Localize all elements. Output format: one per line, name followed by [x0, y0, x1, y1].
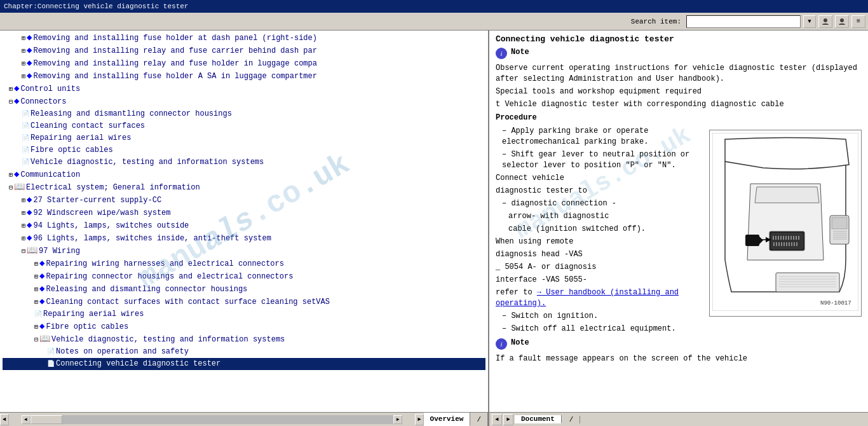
tree-item[interactable]: 📄Notes on operation and safety — [3, 346, 485, 358]
expand-icon: ⊞ — [22, 48, 25, 55]
expand-icon: ⊞ — [34, 324, 38, 331]
step-6: – Switch off all electrical equipment. — [502, 324, 862, 334]
tree-item[interactable]: ⊞◆Cleaning contact surfaces with contact… — [3, 296, 485, 308]
note-label-2: Note — [511, 338, 529, 347]
scroll-thumb[interactable] — [31, 415, 62, 424]
content-title: Connecting vehicle diagnostic tester — [496, 34, 862, 44]
note-text: Observe current operating instructions f… — [496, 63, 862, 85]
tree-item[interactable]: ⊟📖Vehicle diagnostic, testing and inform… — [3, 333, 485, 346]
tree-item[interactable]: ⊞◆Control units — [3, 83, 485, 95]
tree-item[interactable]: 📄Repairing aerial wires — [3, 308, 485, 320]
expand-icon: ⊞ — [34, 273, 38, 280]
note-box-1: i Note — [496, 48, 862, 59]
toolbar-menu-btn[interactable]: ≡ — [851, 15, 865, 28]
expand-icon: ⊟ — [9, 99, 13, 106]
diamond-icon: ◆ — [27, 45, 32, 55]
nav-doc-left[interactable]: ◄ — [492, 414, 502, 425]
tree-item[interactable]: 📄Cleaning contact surfaces — [3, 120, 485, 132]
tree-item[interactable]: ⊞◆Removing and installing fuse holder A … — [3, 70, 485, 83]
expand-icon: ⊞ — [22, 35, 25, 42]
expand-icon: ⊟ — [22, 248, 25, 255]
expand-icon: ⊞ — [22, 235, 25, 242]
status-right: ◄ ► Document / — [489, 414, 868, 425]
title-text: Chapter:Connecting vehicle diagnostic te… — [4, 3, 188, 10]
diamond-icon: ◆ — [27, 71, 32, 81]
info-icon-2: i — [496, 338, 507, 350]
tree-content: ⊞◆Removing and installing fuse holder at… — [0, 31, 488, 401]
status-left: ◄ ◄ ► ► Overview / — [0, 413, 489, 426]
diagram-container: N90-10017 — [709, 130, 862, 317]
svg-rect-4 — [771, 233, 803, 249]
expand-icon: ⊞ — [34, 261, 38, 268]
toolbar: Search item: ▼ ≡ — [0, 13, 868, 31]
scroll-right-arrow[interactable]: ► — [393, 415, 402, 424]
scroll-track[interactable] — [31, 415, 394, 424]
tab-overview[interactable]: Overview — [424, 413, 471, 426]
toolbar-user-btn-2[interactable] — [835, 15, 849, 28]
open-book-icon: 📖 — [14, 182, 25, 192]
tree-item[interactable]: ⊟◆Connectors — [3, 95, 485, 108]
tree-item[interactable]: ⊞◆Fibre optic cables — [3, 320, 485, 333]
toolbar-user-btn-1[interactable] — [818, 15, 832, 28]
tree-item[interactable]: ⊞◆92 Windscreen wipe/wash system — [3, 207, 485, 219]
tree-item-active[interactable]: 📄Connecting vehicle diagnostic tester — [3, 358, 485, 370]
open-book-icon: 📖 — [27, 245, 37, 256]
expand-icon: ⊞ — [22, 223, 25, 230]
diamond-icon: ◆ — [27, 233, 32, 243]
tree-item[interactable]: ⊞◆Removing and installing relay and fuse… — [3, 57, 485, 70]
tree-item[interactable]: ⊞◆Repairing wiring harnesses and electri… — [3, 258, 485, 270]
tab-separator-right: / — [563, 416, 581, 423]
tree-item[interactable]: ⊞◆Communication — [3, 168, 485, 181]
tree-item[interactable]: ⊞◆94 Lights, lamps, switches outside — [3, 219, 485, 232]
doc-icon: 📄 — [47, 348, 55, 355]
diamond-icon: ◆ — [27, 207, 32, 217]
note-label-1: Note — [511, 48, 529, 57]
tree-item[interactable]: ⊞◆Releasing and dismantling connector ho… — [3, 283, 485, 296]
diamond-icon: ◆ — [39, 296, 44, 306]
nav-doc-right[interactable]: ► — [503, 414, 513, 425]
expand-icon: ⊞ — [9, 86, 13, 93]
search-input[interactable] — [686, 15, 801, 28]
diamond-icon: ◆ — [39, 258, 44, 268]
tree-item[interactable]: ⊟📖Electrical system; General information — [3, 181, 485, 194]
expand-icon: ⊞ — [22, 60, 25, 67]
status-bar: ◄ ◄ ► ► Overview / ◄ ► Document / — [0, 412, 868, 426]
tree-item[interactable]: ⊞◆96 Lights, lamps, switches inside, ant… — [3, 232, 485, 245]
diamond-icon: ◆ — [14, 96, 19, 106]
doc-icon: 📄 — [34, 311, 42, 318]
diamond-icon: ◆ — [39, 271, 44, 281]
tree-item[interactable]: ⊞◆Repairing connector housings and elect… — [3, 270, 485, 283]
open-book-icon: 📖 — [39, 334, 50, 344]
tree-item[interactable]: ⊞◆27 Starter-current supply-CC — [3, 194, 485, 207]
tree-item[interactable]: ⊞◆Removing and installing relay and fuse… — [3, 45, 485, 57]
tree-item[interactable]: 📄Fibre optic cables — [3, 144, 485, 156]
svg-rect-26 — [745, 235, 759, 246]
horizontal-scrollbar: ◄ ► — [22, 415, 403, 424]
left-panel: ⊞◆Removing and installing fuse holder at… — [0, 31, 489, 412]
scroll-left-arrow[interactable]: ◄ — [22, 415, 31, 424]
tree-item[interactable]: ⊟📖97 Wiring — [3, 245, 485, 258]
expand-icon: ⊞ — [34, 286, 38, 293]
tree-item[interactable]: 📄Vehicle diagnostic, testing and informa… — [3, 156, 485, 168]
tree-item[interactable]: ⊞◆Removing and installing fuse holder at… — [3, 32, 485, 45]
doc-icon: 📄 — [47, 361, 55, 368]
tab-separator-left: / — [470, 413, 488, 426]
handbook-link[interactable]: → User handbook (installing and operatin… — [496, 288, 679, 308]
tree-item[interactable]: 📄Repairing aerial wires — [3, 132, 485, 144]
title-bar: Chapter:Connecting vehicle diagnostic te… — [0, 0, 868, 13]
svg-point-0 — [824, 18, 827, 22]
tab-document[interactable]: Document — [515, 415, 562, 423]
nav-left-btn[interactable]: ◄ — [0, 414, 9, 425]
doc-icon: 📄 — [22, 147, 29, 154]
diamond-icon: ◆ — [27, 195, 32, 205]
search-dropdown[interactable]: ▼ — [803, 15, 816, 28]
expand-icon: ⊞ — [22, 210, 25, 217]
nav-right-btn[interactable]: ► — [415, 414, 424, 425]
diamond-icon: ◆ — [27, 220, 32, 230]
tree-item[interactable]: 📄Releasing and dismantling connector hou… — [3, 108, 485, 120]
diamond-icon: ◆ — [14, 83, 19, 93]
main-area: ⊞◆Removing and installing fuse holder at… — [0, 31, 868, 412]
diamond-icon: ◆ — [27, 58, 32, 68]
info-icon-1: i — [496, 48, 507, 59]
diagram-inner: N90-10017 — [710, 130, 861, 316]
